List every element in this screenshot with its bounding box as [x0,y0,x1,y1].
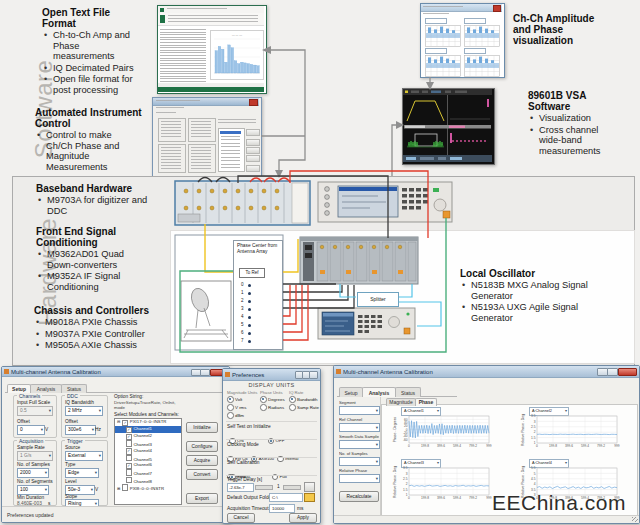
magnitude-units-option-dbm[interactable]: dBm [227,412,253,419]
maximize-button[interactable] [607,368,618,376]
svg-text:3: 3 [406,472,408,476]
setup-window-title: Multi-channel Antenna Calibration [11,369,101,375]
trigger-delay-slider2[interactable] [283,485,301,490]
channel-offset-select[interactable]: 0 [17,425,45,435]
svg-text:4.5: 4.5 [531,477,536,481]
acquisition-group: Acquisition Sample Rate 1 G/s No. of Sam… [13,440,57,506]
modules-tree[interactable]: ⊟✓PXI17::0::0::INSTR✓Channel1✓Channel2Ch… [114,418,182,505]
analysis-sub-tab-magnitude[interactable]: Magnitude [386,398,416,406]
antenna-port-4: 4 [237,314,257,322]
iq-rate-option-samp-rate[interactable]: Samp Rate [289,404,315,411]
num-segments-field[interactable]: 100 [17,485,49,495]
radio-icon [289,404,296,411]
analysis-tab-status[interactable]: Status [395,387,421,397]
trigger-delay-button[interactable] [304,482,315,492]
analysis-param-select-relative-phase[interactable] [339,474,380,483]
port-dot-icon [248,308,251,311]
ddc-group: DDC IQ Bandwidth 2 MHz Offset 300e6 Hz [61,395,108,438]
resize-grip[interactable] [632,517,638,522]
cancel-button[interactable]: Cancel [227,513,255,523]
antenna-port-3: 3 [237,306,257,314]
trigger-type-select[interactable]: Edge [65,468,99,478]
svg-text:399.6: 399.6 [437,444,445,448]
unit-group-phase-units: Phase UnitsDegreesRadians [260,390,292,412]
svg-text:1.5: 1.5 [531,436,536,440]
close-button[interactable] [309,371,318,379]
unit-group-label: IQ Rate [289,390,321,395]
analysis-param-select-ref-channel[interactable] [339,423,380,432]
radio-icon [260,396,267,403]
tree-item-channel3[interactable]: Channel3 [115,440,181,448]
tree-item-channel5[interactable]: Channel5 [115,455,181,463]
analysis-tabs: SetupAnalysisStatus [337,387,457,397]
analysis-param-select-segment[interactable] [339,406,380,415]
trigger-delay-field[interactable]: -2.63e-7 [227,483,254,492]
checkbox-icon[interactable] [126,455,133,462]
svg-text:-60: -60 [403,438,408,442]
port-dot-icon [248,340,251,343]
analysis-titlebar[interactable]: Multi-channel Antenna Calibration [334,366,639,378]
checkbox-icon[interactable] [122,484,129,491]
initialize-button[interactable]: Initialize [186,422,218,433]
convert-button[interactable]: Convert [186,469,218,480]
tree-item-channel4[interactable]: ✓Channel4 [115,448,181,455]
antenna-port-1: 1 [237,290,257,298]
tree-item-pxi8-0-0-instr[interactable]: ⊞PXI8::0::0::INSTR [115,484,181,492]
apply-button[interactable]: Apply [289,513,317,523]
configure-button[interactable]: Configure [186,441,218,452]
close-button[interactable] [618,368,637,376]
magnitude-units-option-volt[interactable]: Volt [227,396,253,403]
status-text: Preferences updated [7,512,53,518]
to-ref-label: To Ref [239,268,265,278]
checkbox-icon[interactable] [126,477,133,484]
self-cal-label: Self Calibration [227,460,260,465]
analysis-param-label: Relative Phase [339,468,379,473]
ddc-offset-select[interactable]: 300e6 [65,425,96,435]
input-full-scale-select[interactable]: 0.5 [17,406,53,416]
analysis-param-label: Segment [339,400,379,405]
tree-item-channel1[interactable]: ✓Channel1 [115,426,181,433]
tree-item-channel8[interactable]: Channel8 [115,477,181,485]
timeout-field[interactable]: 10000 [269,504,295,513]
tree-item-channel2[interactable]: ✓Channel2 [115,433,181,440]
radio-icon [227,396,234,403]
antenna-port-6: 6 [237,330,257,338]
magnitude-units-option-v-rms[interactable]: V rms [227,404,253,411]
iq-rate-option-bandwidth[interactable]: Bandwidth [289,396,315,403]
checkbox-icon[interactable] [126,469,133,476]
iq-bandwidth-select[interactable]: 2 MHz [65,406,103,416]
preferences-titlebar[interactable]: Preferences [223,369,320,381]
analysis-statusbar [334,515,639,523]
analysis-param-select-smooth-data-samples[interactable] [339,440,380,449]
trigger-delay-slider[interactable] [255,485,273,490]
app-icon [4,369,9,374]
output-folder-field[interactable]: C:\ [269,493,303,502]
tree-item-pxi17-0-0-instr[interactable]: ⊟✓PXI17::0::0::INSTR [115,419,181,426]
export-button[interactable]: Export [186,493,218,504]
svg-text:199.8: 199.8 [421,444,429,448]
tree-item-channel6[interactable]: ✓Channel6 [115,462,181,469]
analysis-param-select-no-of-samples[interactable] [339,457,380,466]
num-samples-field[interactable]: 2000 [17,468,49,478]
recalculate-button[interactable]: Recalculate [339,491,379,502]
svg-text:0: 0 [408,496,410,500]
app-icon [225,372,230,377]
sample-rate-select[interactable]: 1 G/s [17,451,53,461]
option-string-label: Option String: [114,394,143,399]
radio-icon [227,404,234,411]
phase-units-option-degrees[interactable]: Degrees [260,396,286,403]
tree-item-channel7[interactable]: Channel7 [115,469,181,477]
checkbox-icon[interactable] [126,440,133,447]
analysis-sub-tab-phase[interactable]: Phase [415,398,437,406]
folder-icon[interactable] [304,493,315,502]
analysis-tab-setup[interactable]: Setup [339,387,363,397]
acquire-button[interactable]: Acquire [186,455,218,466]
svg-text:399.6: 399.6 [437,496,445,500]
svg-text:599.4: 599.4 [581,444,589,448]
phase-units-option-radians[interactable]: Radians [260,404,286,411]
unit-group-iq-rate: IQ RateBandwidthSamp Rate [289,390,321,412]
trigger-source-select[interactable]: External [65,451,103,461]
analysis-tab-analysis[interactable]: Analysis [362,387,396,397]
svg-text:3.5: 3.5 [531,414,536,418]
port-dot-icon [248,300,251,303]
